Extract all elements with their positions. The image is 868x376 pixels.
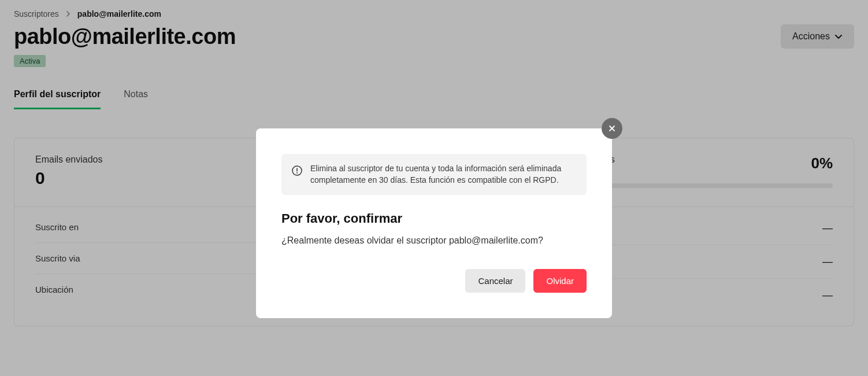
modal-actions: Cancelar Olvidar xyxy=(281,269,587,293)
modal-body: ¿Realmente deseas olvidar el suscriptor … xyxy=(281,235,587,246)
forget-button[interactable]: Olvidar xyxy=(533,269,587,293)
confirm-modal: Elimina al suscriptor de tu cuenta y tod… xyxy=(256,128,612,318)
close-button[interactable] xyxy=(602,118,622,139)
info-text: Elimina al suscriptor de tu cuenta y tod… xyxy=(310,163,576,186)
info-icon xyxy=(292,163,302,176)
close-icon xyxy=(608,124,616,132)
info-box: Elimina al suscriptor de tu cuenta y tod… xyxy=(281,154,587,195)
cancel-button[interactable]: Cancelar xyxy=(465,269,525,293)
svg-point-2 xyxy=(296,172,298,174)
modal-overlay[interactable]: Elimina al suscriptor de tu cuenta y tod… xyxy=(0,0,868,376)
modal-title: Por favor, confirmar xyxy=(281,211,587,226)
modal-wrap: Elimina al suscriptor de tu cuenta y tod… xyxy=(256,128,612,318)
